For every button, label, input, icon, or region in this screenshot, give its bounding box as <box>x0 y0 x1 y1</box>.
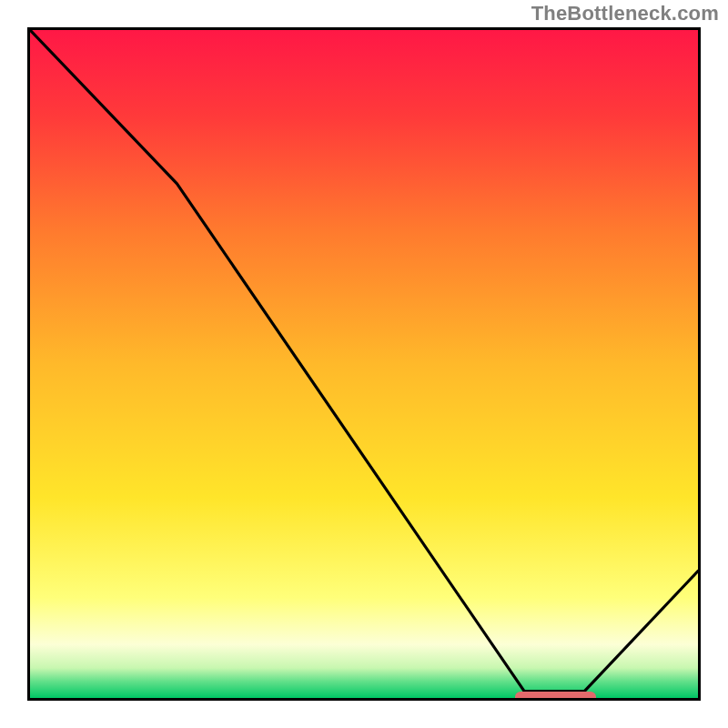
plot-frame <box>27 27 701 701</box>
optimal-range-marker <box>515 692 596 701</box>
watermark-text: TheBottleneck.com <box>531 2 719 25</box>
chart-stage: TheBottleneck.com <box>0 0 728 728</box>
curve-polyline <box>30 30 698 692</box>
bottleneck-curve <box>30 30 698 698</box>
